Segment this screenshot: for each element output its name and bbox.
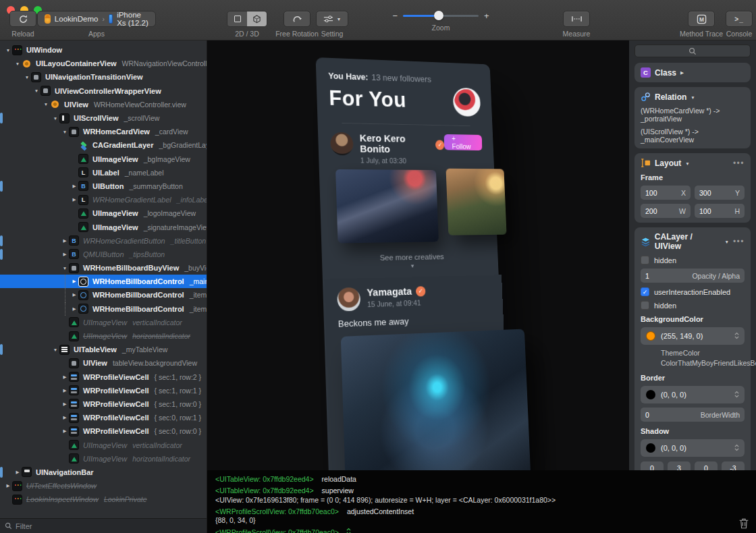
disclosure-closed-icon[interactable]: ▶	[61, 428, 69, 434]
disclosure-closed-icon[interactable]: ▶	[70, 197, 78, 202]
avatar[interactable]	[337, 287, 360, 312]
tree-row[interactable]: UIImageViewverticalIndicator	[0, 438, 207, 451]
frame-x-field[interactable]: 100X	[641, 186, 691, 200]
tree-row[interactable]: ▼UILayouContainerViewWRNavigationViewCon…	[0, 57, 207, 70]
tree-row[interactable]: ▼UIViewControllerWrapperView	[0, 84, 207, 98]
tree-row[interactable]: ▶WRProfileViewCell{ sec:0, row:1 }	[0, 411, 207, 424]
disclosure-open-icon[interactable]: ▼	[23, 75, 31, 80]
disclosure-closed-icon[interactable]: ▶	[680, 70, 684, 76]
tree-row[interactable]: UIImageViewhorizontalIndicator	[0, 452, 207, 466]
tree-row[interactable]: UIImageViewhorizontalIndicator	[0, 329, 207, 343]
method-trace-button[interactable]: M	[688, 11, 715, 27]
tree-row[interactable]: ▼UIScrollView_scrollView	[0, 111, 207, 125]
shadow-radius-field[interactable]: 3	[668, 461, 691, 470]
tree-row[interactable]: UIImageView_signatureImageView	[0, 220, 207, 233]
frame-y-field[interactable]: 300Y	[695, 186, 745, 200]
zoom-slider[interactable]	[403, 15, 479, 18]
shadow-opacity-field[interactable]: 0	[641, 461, 664, 470]
disclosure-open-icon[interactable]: ▼	[32, 88, 40, 93]
border-color-dropdown[interactable]: (0, 0, 0)	[641, 386, 745, 403]
filter-input[interactable]	[16, 522, 202, 530]
tree-row[interactable]: LookinInspectWindowLookinPrivate	[0, 493, 207, 506]
tree-row[interactable]: CAGradientLayer_bgGradientLayer	[0, 138, 207, 152]
disclosure-closed-icon[interactable]: ▶	[70, 306, 78, 312]
frame-w-field[interactable]: 200W	[641, 204, 691, 218]
more-options-button[interactable]: •••	[733, 161, 745, 165]
tree-row[interactable]: ▼UINavigationTransitionView	[0, 70, 207, 84]
tree-row[interactable]: ▶QMUIButton_tipsButton	[0, 248, 207, 261]
app-screen-panel[interactable]: You Have:13 new followers For You Kero K…	[316, 57, 507, 470]
tree-row[interactable]: ▶WRHomeGradientLabel_infoLabel	[0, 193, 207, 206]
disclosure-open-icon[interactable]: ▼	[42, 102, 50, 107]
disclosure-open-icon[interactable]: ▼	[691, 95, 695, 100]
disclosure-closed-icon[interactable]: ▶	[70, 184, 78, 189]
disclosure-closed-icon[interactable]: ▶	[61, 374, 69, 380]
follow-button[interactable]: + Follow	[444, 134, 483, 150]
tree-row[interactable]: ▼WRHomeCardView_cardView	[0, 125, 207, 138]
background-color-dropdown[interactable]: (255, 149, 0)	[641, 327, 745, 345]
apps-breadcrumb[interactable]: LookinDemo › iPhone Xs (12.2)	[37, 11, 156, 27]
tree-row[interactable]: ▶WRProfileViewCell{ sec:1, row:2 }	[0, 370, 207, 384]
clear-console-button[interactable]	[738, 517, 749, 529]
tree-row[interactable]: UIImageView_bgImageView	[0, 152, 207, 166]
disclosure-closed-icon[interactable]: ▶	[14, 470, 22, 475]
post-image-forest[interactable]	[446, 169, 506, 235]
disclosure-closed-icon[interactable]: ▶	[61, 388, 69, 393]
disclosure-closed-icon[interactable]: ▶	[4, 483, 12, 488]
reload-button[interactable]	[9, 11, 36, 27]
tree-row[interactable]: ▶WRHomeBillboardControl_mainControl	[0, 275, 207, 288]
mode-2d-button[interactable]	[227, 11, 247, 26]
tree-row[interactable]: ▼UITableView_myTableView	[0, 343, 207, 356]
tree-row[interactable]: ▶WRHomeBillboardControl_itemControl0	[0, 288, 207, 302]
tree-row[interactable]: UIImageView_logoImageView	[0, 206, 207, 220]
disclosure-open-icon[interactable]: ▼	[4, 48, 12, 53]
preview-stage[interactable]: You Have:13 new followers For You Kero K…	[207, 40, 629, 470]
disclosure-closed-icon[interactable]: ▶	[61, 401, 69, 407]
disclosure-closed-icon[interactable]: ▶	[61, 238, 69, 244]
shadow-color-dropdown[interactable]: (0, 0, 0)	[641, 439, 745, 457]
tree-row[interactable]: UILabel_nameLabel	[0, 166, 207, 179]
post-image-mountain[interactable]	[335, 169, 439, 244]
disclosure-closed-icon[interactable]: ▶	[70, 292, 78, 298]
disclosure-closed-icon[interactable]: ▶	[61, 252, 69, 257]
tree-row[interactable]: ▶UITextEffectsWindow	[0, 479, 207, 493]
disclosure-open-icon[interactable]: ▼	[14, 61, 22, 66]
user-interaction-checkbox[interactable]: ✓	[641, 287, 649, 296]
tree-row[interactable]: ▼WRHomeBillboardBuyView_buyView	[0, 261, 207, 275]
disclosure-open-icon[interactable]: ▼	[61, 130, 69, 134]
tree-row[interactable]: UIImageViewverticalIndicator	[0, 316, 207, 329]
disclosure-open-icon[interactable]: ▼	[51, 347, 59, 352]
console-button[interactable]: >_	[726, 11, 753, 27]
tree-row[interactable]: ▼UIViewWRHomeViewController.view	[0, 98, 207, 111]
disclosure-open-icon[interactable]: ▼	[724, 240, 728, 244]
border-width-field[interactable]: 0BorderWidth	[641, 408, 745, 422]
disclosure-open-icon[interactable]: ▼	[685, 161, 689, 166]
zoom-out-button[interactable]: −	[392, 11, 398, 21]
tree-row[interactable]: ▼UIWindow	[0, 43, 207, 57]
shadow-offseth-field[interactable]: -3	[722, 461, 745, 470]
frame-h-field[interactable]: 100H	[695, 204, 745, 218]
shadow-offsetw-field[interactable]: 0	[695, 461, 718, 470]
tree-row[interactable]: ▶WRHomeGradientButton_titleButton	[0, 234, 207, 248]
see-more-link[interactable]: See more creatives ▼	[334, 252, 487, 271]
tree-row[interactable]: ▶WRProfileViewCell{ sec:1, row:0 }	[0, 397, 207, 411]
attribute-search-field[interactable]	[634, 45, 751, 57]
opacity-field[interactable]: 1Opacity / Alpha	[641, 269, 745, 283]
tree-row[interactable]: ▶UIButton_summaryButton	[0, 179, 207, 193]
post-image-champion[interactable]	[340, 329, 531, 470]
disclosure-open-icon[interactable]: ▼	[51, 116, 59, 121]
disclosure-closed-icon[interactable]: ▶	[61, 415, 69, 420]
hidden-checkbox[interactable]	[641, 256, 649, 264]
disclosure-closed-icon[interactable]: ▶	[70, 279, 78, 284]
disclosure-open-icon[interactable]: ▼	[61, 266, 69, 271]
tree-row[interactable]: ▶WRHomeBillboardControl_itemControl1	[0, 302, 207, 316]
tree-row[interactable]: ▶UINavigationBar	[0, 466, 207, 479]
tree-row[interactable]: UIViewtableView.backgroundView	[0, 356, 207, 370]
measure-button[interactable]	[563, 11, 590, 27]
more-options-button[interactable]: •••	[733, 240, 745, 244]
mode-3d-button[interactable]	[247, 11, 267, 26]
zoom-in-button[interactable]: +	[484, 11, 489, 21]
expand-chevrons-icon[interactable]	[346, 528, 351, 533]
zoom-slider-knob[interactable]	[434, 11, 443, 20]
setting-button[interactable]: ▼	[316, 11, 349, 27]
